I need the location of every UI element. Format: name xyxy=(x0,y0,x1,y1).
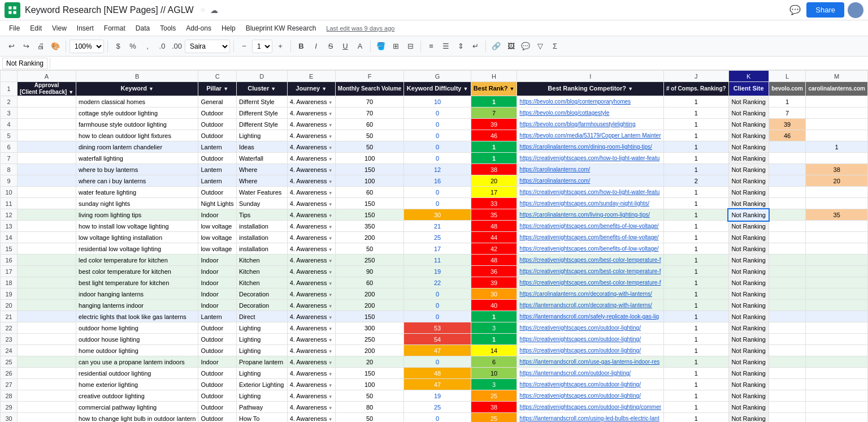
cell-num-comps[interactable]: 1 xyxy=(664,107,729,119)
cell-cluster[interactable]: Water Features xyxy=(236,187,287,198)
menu-insert[interactable]: Insert xyxy=(72,23,98,33)
cell-search-volume[interactable]: 200 xyxy=(335,288,404,300)
cell-keyword[interactable]: indoor hanging lanterns xyxy=(76,288,198,300)
cell-best-rank[interactable]: 38 xyxy=(471,402,517,413)
cell-keyword[interactable]: living room lighting tips xyxy=(76,209,198,221)
cell-approval[interactable] xyxy=(18,141,76,153)
cell-best-competitor[interactable]: https://creativenightscapes.com/outdoor-… xyxy=(517,345,664,356)
cell-keyword[interactable]: water feature lighting xyxy=(76,187,198,198)
cell-best-competitor[interactable]: https://carolinalanterns.com/living-room… xyxy=(517,209,664,221)
cell-best-rank[interactable]: 39 xyxy=(471,277,517,288)
cell-journey[interactable]: 4. Awareness ▼ xyxy=(287,413,335,423)
paint-format-button[interactable]: 🎨 xyxy=(49,40,62,53)
font-size-select[interactable]: 10 xyxy=(252,40,272,53)
decrease-font-button[interactable]: − xyxy=(237,40,251,53)
cell-journey[interactable]: 4. Awareness ▼ xyxy=(287,322,335,334)
cell-num-comps[interactable]: 1 xyxy=(664,277,729,288)
cell-best-competitor[interactable]: https://creativenightscapes.com/benefits… xyxy=(517,243,664,255)
cell-pillar[interactable]: Lantern xyxy=(198,311,237,322)
redo-button[interactable]: ↪ xyxy=(19,40,33,53)
cell-pillar[interactable]: Indoor xyxy=(198,288,237,300)
cell-client-site[interactable]: Not Ranking xyxy=(728,402,769,413)
cell-keyword[interactable]: low voltage lighting installation xyxy=(76,232,198,243)
cell-client-site[interactable]: Not Ranking xyxy=(728,390,769,402)
text-color-button[interactable]: A xyxy=(353,40,367,53)
cell-journey[interactable]: 4. Awareness ▼ xyxy=(287,334,335,345)
cell-best-rank[interactable]: 25 xyxy=(471,390,517,402)
cell-keyword[interactable]: home outdoor lighting xyxy=(76,345,198,356)
cell-client-site[interactable]: Not Ranking xyxy=(728,141,769,153)
cell-best-competitor[interactable]: https://bevolo.com/blog/cottagestyle xyxy=(517,107,664,119)
cell-carolina[interactable] xyxy=(806,96,868,107)
cell-client-site[interactable]: Not Ranking xyxy=(728,277,769,288)
wrap-text-button[interactable]: ↵ xyxy=(468,40,482,53)
cell-bevolo[interactable] xyxy=(769,413,806,423)
cell-bevolo[interactable] xyxy=(769,402,806,413)
cell-keyword-difficulty[interactable]: 0 xyxy=(404,288,471,300)
cell-approval[interactable] xyxy=(18,277,76,288)
cell-cluster[interactable]: Kitchen xyxy=(236,266,287,277)
cell-keyword[interactable]: how to install low voltage lighting xyxy=(76,221,198,232)
cell-approval[interactable] xyxy=(18,255,76,266)
cell-carolina[interactable] xyxy=(806,243,868,255)
cell-keyword[interactable]: sunday night lights xyxy=(76,198,198,209)
underline-button[interactable]: U xyxy=(338,40,352,53)
cell-pillar[interactable]: Indoor xyxy=(198,300,237,311)
col-header-c[interactable]: C xyxy=(198,71,237,82)
avatar[interactable] xyxy=(848,2,863,18)
cell-client-site[interactable]: Not Ranking xyxy=(728,153,769,164)
cell-cluster[interactable]: Where xyxy=(236,164,287,175)
cell-approval[interactable] xyxy=(18,153,76,164)
cell-pillar[interactable]: Indoor xyxy=(198,356,237,368)
cell-approval[interactable] xyxy=(18,119,76,130)
cell-bevolo[interactable] xyxy=(769,288,806,300)
cell-client-site[interactable]: Not Ranking xyxy=(728,119,769,130)
cell-client-site[interactable]: Not Ranking xyxy=(728,300,769,311)
cell-carolina[interactable] xyxy=(806,266,868,277)
cell-approval[interactable] xyxy=(18,402,76,413)
cell-best-rank[interactable]: 30 xyxy=(471,288,517,300)
cell-keyword-difficulty[interactable]: 10 xyxy=(404,96,471,107)
cell-keyword[interactable]: waterfall lighting xyxy=(76,153,198,164)
cell-bevolo[interactable] xyxy=(769,141,806,153)
cell-search-volume[interactable]: 50 xyxy=(335,130,404,141)
cell-num-comps[interactable]: 1 xyxy=(664,322,729,334)
cell-carolina[interactable]: 38 xyxy=(806,164,868,175)
align-left-button[interactable]: ≡ xyxy=(424,40,438,53)
sheet-area[interactable]: A B C D E F G H I J K L M 1 Appro xyxy=(0,70,868,422)
cell-num-comps[interactable]: 1 xyxy=(664,413,729,423)
cell-keyword-difficulty[interactable]: 47 xyxy=(404,345,471,356)
cell-best-rank[interactable]: 7 xyxy=(471,107,517,119)
cell-search-volume[interactable]: 100 xyxy=(335,153,404,164)
cell-best-competitor[interactable]: https://creativenightscapes.com/how-to-l… xyxy=(517,187,664,198)
cell-num-comps[interactable]: 1 xyxy=(664,243,729,255)
cell-client-site[interactable]: Not Ranking xyxy=(728,107,769,119)
cell-carolina[interactable] xyxy=(806,334,868,345)
menu-help[interactable]: Help xyxy=(217,23,240,33)
cell-best-competitor[interactable]: https://bevolo.com/blog/farmhousestyleli… xyxy=(517,119,664,130)
cell-pillar[interactable]: Outdoor xyxy=(198,153,237,164)
cell-keyword-difficulty[interactable]: 22 xyxy=(404,277,471,288)
cell-client-site[interactable]: Not Ranking xyxy=(728,368,769,379)
cell-best-competitor[interactable]: https://creativenightscapes.com/best-col… xyxy=(517,266,664,277)
cell-keyword[interactable]: led color temperature for kitchen xyxy=(76,255,198,266)
cell-bevolo[interactable]: 1 xyxy=(769,96,806,107)
cell-search-volume[interactable]: 300 xyxy=(335,322,404,334)
cell-pillar[interactable]: Outdoor xyxy=(198,119,237,130)
cell-bevolo[interactable] xyxy=(769,300,806,311)
cell-search-volume[interactable]: 150 xyxy=(335,368,404,379)
cell-journey[interactable]: 4. Awareness ▼ xyxy=(287,175,335,187)
cell-carolina[interactable] xyxy=(806,221,868,232)
cell-client-site[interactable]: Not Ranking xyxy=(728,243,769,255)
cell-carolina[interactable] xyxy=(806,288,868,300)
cell-pillar[interactable]: low voltage xyxy=(198,221,237,232)
cell-keyword[interactable]: best color temperature for kitchen xyxy=(76,266,198,277)
cell-best-rank[interactable]: 48 xyxy=(471,221,517,232)
cell-journey[interactable]: 4. Awareness ▼ xyxy=(287,311,335,322)
cell-pillar[interactable]: Outdoor xyxy=(198,107,237,119)
cell-best-competitor[interactable]: https://carolinalanterns.com/decorating-… xyxy=(517,288,664,300)
cell-keyword-difficulty[interactable]: 0 xyxy=(404,198,471,209)
col-header-l[interactable]: L xyxy=(769,71,806,82)
cell-journey[interactable]: 4. Awareness ▼ xyxy=(287,107,335,119)
cell-cluster[interactable]: Lighting xyxy=(236,368,287,379)
